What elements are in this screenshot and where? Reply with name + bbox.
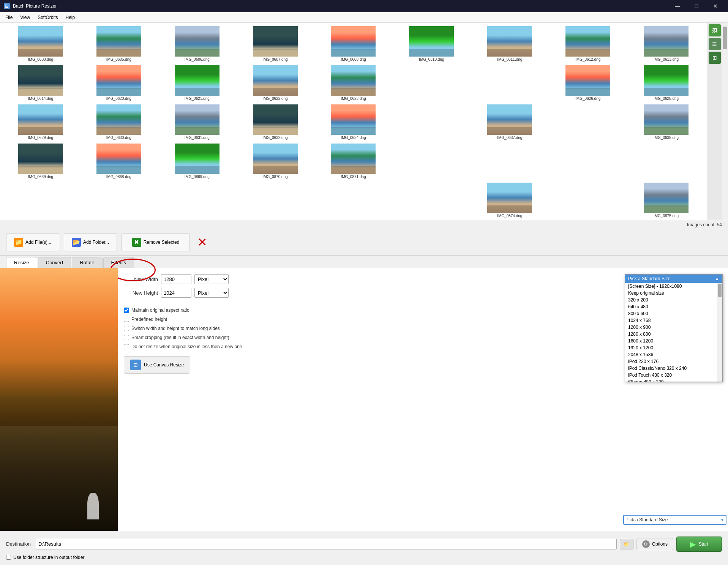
image-cell[interactable]: IMG_0626.dng: [549, 63, 627, 103]
dropdown-scrollbar[interactable]: [717, 283, 722, 382]
image-cell[interactable]: [392, 181, 471, 220]
image-cell[interactable]: IMG_0611.dng: [471, 24, 549, 63]
image-cell[interactable]: IMG_0868.dng: [80, 142, 158, 181]
add-image-sidebar-btn[interactable]: 🖼: [709, 24, 721, 36]
image-cell[interactable]: [80, 181, 158, 220]
size-option-1600x1200[interactable]: 1600 x 1200: [625, 338, 722, 344]
image-cell[interactable]: IMG_0614.dng: [2, 63, 80, 103]
close-button[interactable]: ✕: [707, 0, 724, 12]
image-cell[interactable]: IMG_0637.dng: [471, 103, 549, 142]
switch-wh-checkbox[interactable]: [124, 326, 129, 331]
maintain-aspect-checkbox[interactable]: [124, 308, 129, 313]
image-cell[interactable]: IMG_0632.dng: [236, 103, 314, 142]
image-cell[interactable]: IMG_0630.dng: [80, 103, 158, 142]
minimize-button[interactable]: —: [669, 0, 686, 12]
size-option-keep[interactable]: Keep original size: [625, 290, 722, 297]
image-cell[interactable]: IMG_0631.dng: [158, 103, 236, 142]
start-button[interactable]: ▶ Start: [676, 537, 722, 552]
height-unit-select[interactable]: Pixel Percent Centimeter Inch: [194, 288, 229, 298]
canvas-resize-button[interactable]: ⊡ Use Canvas Resize: [124, 356, 190, 374]
destination-browse-btn[interactable]: 📁: [620, 539, 633, 549]
new-width-input[interactable]: [161, 274, 191, 284]
size-option-1280x800[interactable]: 1280 x 800: [625, 331, 722, 338]
size-option-ipod-touch[interactable]: iPod Touch 480 x 320: [625, 372, 722, 379]
image-cell[interactable]: IMG_0610.dng: [392, 24, 471, 63]
image-cell[interactable]: [549, 181, 627, 220]
grid-scrollbar[interactable]: [722, 23, 728, 220]
predefined-height-checkbox[interactable]: [124, 317, 129, 322]
image-cell[interactable]: [549, 103, 627, 142]
tab-effects[interactable]: Effects: [103, 257, 134, 268]
size-option-800x600[interactable]: 800 x 600: [625, 310, 722, 317]
size-option-2048x1536[interactable]: 2048 x 1536: [625, 351, 722, 358]
remove-selected-button[interactable]: ✖ Remove Selected: [122, 233, 190, 251]
menu-help[interactable]: Help: [62, 13, 79, 22]
image-cell[interactable]: [471, 63, 549, 103]
image-cell[interactable]: IMG_0628.dng: [627, 63, 705, 103]
image-cell[interactable]: IMG_0874.dng: [471, 181, 549, 220]
image-cell[interactable]: [2, 181, 80, 220]
new-height-input[interactable]: [161, 288, 191, 298]
grid-view-btn[interactable]: ⊞: [709, 52, 721, 64]
image-cell[interactable]: IMG_0638.dng: [627, 103, 705, 142]
add-files-button[interactable]: 📁 Add File(s)...: [6, 233, 59, 251]
image-cell[interactable]: IMG_0623.dng: [314, 63, 393, 103]
image-cell[interactable]: [158, 181, 236, 220]
image-cell[interactable]: IMG_0608.dng: [314, 24, 393, 63]
image-cell[interactable]: IMG_0875.dng: [627, 181, 705, 220]
close-x-button[interactable]: ✕: [194, 235, 210, 250]
size-option-iphone[interactable]: iPhone 480 x 320: [625, 379, 722, 382]
image-cell[interactable]: IMG_0622.dng: [236, 63, 314, 103]
size-option-1200x900[interactable]: 1200 x 900: [625, 324, 722, 331]
image-cell[interactable]: [236, 181, 314, 220]
image-cell[interactable]: IMG_0605.dng: [80, 24, 158, 63]
menu-softorbits[interactable]: SoftOrbits: [34, 13, 62, 22]
width-unit-select[interactable]: Pixel Percent Centimeter Inch: [194, 274, 229, 284]
toolbar: 📁 Add File(s)... 📂 Add Folder... ✖ Remov…: [0, 229, 728, 256]
image-cell[interactable]: IMG_0607.dng: [236, 24, 314, 63]
image-cell[interactable]: IMG_0870.dng: [236, 142, 314, 181]
image-cell[interactable]: [392, 103, 471, 142]
image-cell[interactable]: [392, 63, 471, 103]
image-cell[interactable]: IMG_0606.dng: [158, 24, 236, 63]
image-cell[interactable]: IMG_0613.dng: [627, 24, 705, 63]
size-option-320x200[interactable]: 320 x 200: [625, 297, 722, 303]
maximize-button[interactable]: □: [688, 0, 705, 12]
tab-rotate[interactable]: Rotate: [72, 257, 102, 268]
size-option-screen[interactable]: [Screen Size] - 1920x1080: [625, 283, 722, 290]
image-cell[interactable]: IMG_0621.dng: [158, 63, 236, 103]
image-cell[interactable]: IMG_0871.dng: [314, 142, 393, 181]
tab-convert[interactable]: Convert: [38, 257, 71, 268]
image-cell[interactable]: [549, 142, 627, 181]
size-select-dropdown[interactable]: Pick a Standard Size ▼: [623, 515, 726, 525]
image-cell[interactable]: IMG_0629.dng: [2, 103, 80, 142]
add-folder-button[interactable]: 📂 Add Folder...: [64, 233, 117, 251]
image-cell[interactable]: IMG_0639.dng: [2, 142, 80, 181]
image-cell[interactable]: IMG_0612.dng: [549, 24, 627, 63]
options-button[interactable]: ⚙ Options: [636, 538, 673, 550]
image-cell[interactable]: IMG_0603.dng: [2, 24, 80, 63]
size-option-640x480[interactable]: 640 x 480: [625, 303, 722, 310]
image-cell[interactable]: IMG_0634.dng: [314, 103, 393, 142]
smart-crop-checkbox[interactable]: [124, 335, 129, 340]
no-resize-small-checkbox[interactable]: [124, 344, 129, 349]
image-cell[interactable]: [392, 142, 471, 181]
menu-file[interactable]: File: [2, 13, 16, 22]
list-view-btn[interactable]: ☰: [709, 38, 721, 50]
size-dropdown-list[interactable]: Pick a Standard Size ▲ [Screen Size] - 1…: [625, 274, 723, 382]
destination-input[interactable]: [36, 539, 617, 549]
image-cell[interactable]: IMG_0869.dng: [158, 142, 236, 181]
image-cell[interactable]: [471, 142, 549, 181]
image-grid[interactable]: IMG_0603.dngIMG_0605.dngIMG_0606.dngIMG_…: [0, 23, 707, 220]
image-cell[interactable]: IMG_0620.dng: [80, 63, 158, 103]
size-option-ipod-nano[interactable]: iPod Classic/Nano 320 x 240: [625, 365, 722, 372]
menu-view[interactable]: View: [16, 13, 34, 22]
size-option-1920x1200[interactable]: 1920 x 1200: [625, 344, 722, 351]
size-option-ipod[interactable]: iPod 220 x 176: [625, 358, 722, 365]
use-folder-structure-checkbox[interactable]: [6, 555, 11, 560]
image-cell[interactable]: [627, 142, 705, 181]
size-option-1024x768[interactable]: 1024 x 768: [625, 317, 722, 324]
image-cell[interactable]: [314, 181, 393, 220]
scrollbar-thumb[interactable]: [723, 27, 727, 49]
tab-resize[interactable]: Resize: [6, 257, 37, 268]
